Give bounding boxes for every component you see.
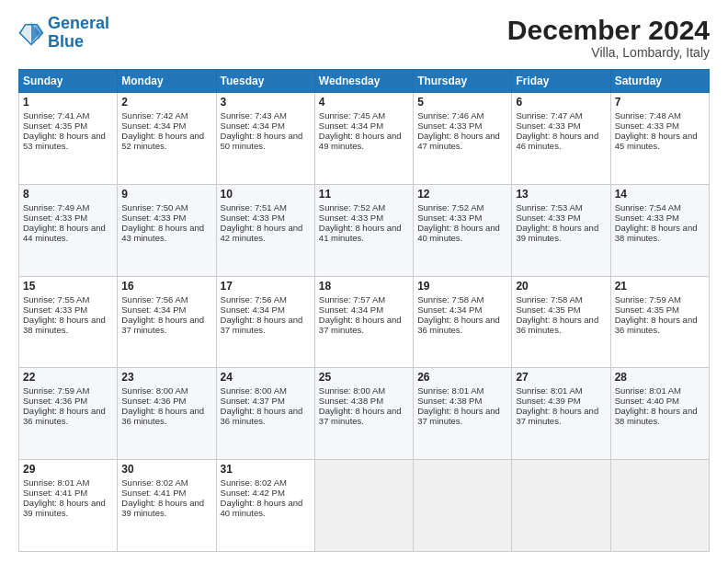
day-number: 30 [121,463,211,476]
daylight: Daylight: 8 hours and 36 minutes. [23,406,106,426]
day-number: 9 [121,188,211,201]
cell-w5-mon: 30 Sunrise: 8:02 AM Sunset: 4:41 PM Dayl… [118,460,216,552]
daylight: Daylight: 8 hours and 36 minutes. [121,406,204,426]
sunset: Sunset: 4:34 PM [319,121,383,131]
sunset: Sunset: 4:33 PM [121,213,186,223]
col-monday: Monday [118,70,216,93]
day-number: 21 [615,280,705,293]
daylight: Daylight: 8 hours and 47 minutes. [417,131,500,151]
daylight: Daylight: 8 hours and 40 minutes. [417,223,500,243]
sunrise: Sunrise: 7:45 AM [319,110,385,121]
day-number: 29 [23,463,113,476]
sunrise: Sunrise: 7:43 AM [221,110,287,121]
cell-w1-sat: 7 Sunrise: 7:48 AM Sunset: 4:33 PM Dayli… [610,93,709,185]
daylight: Daylight: 8 hours and 53 minutes. [23,131,106,151]
sunrise: Sunrise: 7:42 AM [121,110,188,121]
cell-w4-sun: 22 Sunrise: 7:59 AM Sunset: 4:36 PM Dayl… [19,368,118,460]
cell-w3-sun: 15 Sunrise: 7:55 AM Sunset: 4:33 PM Dayl… [19,276,118,368]
sunrise: Sunrise: 7:41 AM [23,110,89,121]
cell-w4-wed: 25 Sunrise: 8:00 AM Sunset: 4:38 PM Dayl… [314,368,413,460]
cell-w1-mon: 2 Sunrise: 7:42 AM Sunset: 4:34 PM Dayli… [118,93,216,185]
sunrise: Sunrise: 7:55 AM [23,294,89,304]
sunrise: Sunrise: 8:00 AM [221,385,287,396]
day-number: 25 [319,371,409,384]
sunset: Sunset: 4:33 PM [319,213,383,223]
sunset: Sunset: 4:36 PM [121,396,186,406]
cell-w2-thu: 12 Sunrise: 7:52 AM Sunset: 4:33 PM Dayl… [414,184,512,276]
week-row-1: 1 Sunrise: 7:41 AM Sunset: 4:35 PM Dayli… [19,93,710,185]
cell-w1-wed: 4 Sunrise: 7:45 AM Sunset: 4:34 PM Dayli… [314,93,413,185]
day-number: 22 [23,371,113,384]
day-number: 19 [417,280,507,293]
day-number: 26 [417,371,507,384]
daylight: Daylight: 8 hours and 37 minutes. [221,315,303,335]
title-block: December 2024 Villa, Lombardy, Italy [507,15,710,60]
sunrise: Sunrise: 8:00 AM [319,385,385,396]
sunrise: Sunrise: 7:51 AM [221,202,287,213]
sunset: Sunset: 4:35 PM [615,304,679,315]
daylight: Daylight: 8 hours and 39 minutes. [23,498,106,518]
sunrise: Sunrise: 7:53 AM [516,202,582,213]
sunset: Sunset: 4:33 PM [221,213,285,223]
cell-w1-sun: 1 Sunrise: 7:41 AM Sunset: 4:35 PM Dayli… [19,93,118,185]
col-wednesday: Wednesday [314,70,413,93]
sunset: Sunset: 4:33 PM [516,213,580,223]
daylight: Daylight: 8 hours and 50 minutes. [221,131,303,151]
day-number: 10 [221,188,311,201]
daylight: Daylight: 8 hours and 36 minutes. [221,406,303,426]
week-row-5: 29 Sunrise: 8:01 AM Sunset: 4:41 PM Dayl… [19,460,710,552]
sunrise: Sunrise: 8:01 AM [516,385,582,396]
daylight: Daylight: 8 hours and 37 minutes. [319,315,402,335]
cell-w3-thu: 19 Sunrise: 7:58 AM Sunset: 4:34 PM Dayl… [414,276,512,368]
day-number: 11 [319,188,409,201]
calendar-header-row: Sunday Monday Tuesday Wednesday Thursday… [19,70,710,93]
cell-w5-wed [314,460,413,552]
sunrise: Sunrise: 7:52 AM [319,202,385,213]
day-number: 31 [221,463,311,476]
day-number: 8 [23,188,113,201]
day-number: 13 [516,188,606,201]
day-number: 23 [121,371,211,384]
daylight: Daylight: 8 hours and 42 minutes. [221,223,303,243]
daylight: Daylight: 8 hours and 36 minutes. [417,315,500,335]
sunset: Sunset: 4:33 PM [23,213,87,223]
sunrise: Sunrise: 7:50 AM [121,202,188,213]
sunset: Sunset: 4:33 PM [417,213,482,223]
sunset: Sunset: 4:34 PM [319,304,383,315]
page-title: December 2024 [507,15,710,45]
sunrise: Sunrise: 8:01 AM [23,477,89,488]
cell-w1-fri: 6 Sunrise: 7:47 AM Sunset: 4:33 PM Dayli… [512,93,610,185]
sunset: Sunset: 4:35 PM [23,121,87,131]
cell-w4-fri: 27 Sunrise: 8:01 AM Sunset: 4:39 PM Dayl… [512,368,610,460]
sunset: Sunset: 4:34 PM [121,304,186,315]
cell-w2-mon: 9 Sunrise: 7:50 AM Sunset: 4:33 PM Dayli… [118,184,216,276]
sunset: Sunset: 4:33 PM [417,121,482,131]
daylight: Daylight: 8 hours and 49 minutes. [319,131,402,151]
day-number: 2 [121,96,211,109]
col-tuesday: Tuesday [216,70,314,93]
page-subtitle: Villa, Lombardy, Italy [507,45,710,60]
daylight: Daylight: 8 hours and 38 minutes. [615,223,698,243]
daylight: Daylight: 8 hours and 52 minutes. [121,131,204,151]
daylight: Daylight: 8 hours and 41 minutes. [319,223,402,243]
sunrise: Sunrise: 7:59 AM [615,294,681,304]
day-number: 6 [516,96,606,109]
day-number: 18 [319,280,409,293]
day-number: 1 [23,96,113,109]
daylight: Daylight: 8 hours and 40 minutes. [221,498,303,518]
cell-w2-tue: 10 Sunrise: 7:51 AM Sunset: 4:33 PM Dayl… [216,184,314,276]
logo-line2: Blue [48,32,84,51]
cell-w5-fri [512,460,610,552]
cell-w5-sun: 29 Sunrise: 8:01 AM Sunset: 4:41 PM Dayl… [19,460,118,552]
cell-w3-sat: 21 Sunrise: 7:59 AM Sunset: 4:35 PM Dayl… [610,276,709,368]
day-number: 4 [319,96,409,109]
col-thursday: Thursday [414,70,512,93]
cell-w5-tue: 31 Sunrise: 8:02 AM Sunset: 4:42 PM Dayl… [216,460,314,552]
day-number: 17 [221,280,311,293]
sunrise: Sunrise: 7:58 AM [516,294,582,304]
sunrise: Sunrise: 8:02 AM [121,477,188,488]
cell-w4-tue: 24 Sunrise: 8:00 AM Sunset: 4:37 PM Dayl… [216,368,314,460]
daylight: Daylight: 8 hours and 38 minutes. [23,315,106,335]
logo-text: General Blue [48,15,109,52]
daylight: Daylight: 8 hours and 39 minutes. [516,223,598,243]
